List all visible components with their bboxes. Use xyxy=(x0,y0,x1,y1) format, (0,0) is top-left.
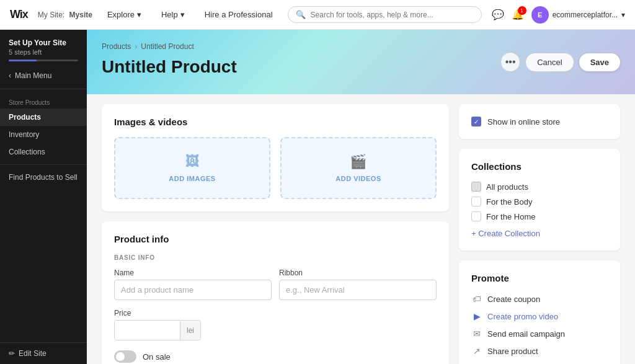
store-products-label: Store Products xyxy=(0,93,87,109)
collection-checkbox-2[interactable] xyxy=(471,211,481,221)
name-field-group: Name xyxy=(114,269,272,300)
images-videos-card: Images & videos 🖼 ADD IMAGES 🎬 ADD VIDEO… xyxy=(102,104,449,211)
price-label: Price xyxy=(114,309,437,317)
content-main: Images & videos 🖼 ADD IMAGES 🎬 ADD VIDEO… xyxy=(102,104,449,364)
ribbon-field-group: Ribbon xyxy=(279,269,437,300)
chevron-down-icon: ▾ xyxy=(180,10,185,19)
collection-item-0: All products xyxy=(471,182,608,192)
ribbon-input[interactable] xyxy=(279,280,437,300)
images-videos-title: Images & videos xyxy=(114,117,437,127)
sidebar-bottom: ✏ Edit Site xyxy=(0,342,87,364)
top-nav: Wix My Site: Mysite Explore ▾ Help ▾ Hir… xyxy=(0,0,635,30)
chevron-left-icon: ‹ xyxy=(9,71,11,80)
page-header: Products › Untitled Product Untitled Pro… xyxy=(87,30,635,94)
name-input[interactable] xyxy=(114,280,272,300)
name-ribbon-row: Name Ribbon xyxy=(114,269,437,300)
account-button[interactable]: E ecommerceplatfor... ▾ xyxy=(531,6,625,24)
more-options-button[interactable]: ••• xyxy=(500,52,520,72)
show-in-store-checkbox[interactable]: ✓ xyxy=(471,117,481,127)
coupon-icon: 🏷 xyxy=(471,293,482,304)
content-body: Images & videos 🖼 ADD IMAGES 🎬 ADD VIDEO… xyxy=(87,94,635,364)
chat-button[interactable]: 💬 xyxy=(492,9,504,20)
progress-bar xyxy=(9,60,78,61)
price-input-wrap: lei xyxy=(114,320,201,340)
promote-card: Promote 🏷 Create coupon ▶ Create promo v… xyxy=(459,260,620,364)
account-name: ecommerceplatfor... xyxy=(553,11,618,19)
search-bar: 🔍 xyxy=(288,6,482,23)
sidebar-setup: Set Up Your Site 5 steps left xyxy=(0,30,87,66)
header-actions: ••• Cancel Save xyxy=(500,52,620,72)
show-in-store-row: ✓ Show in online store xyxy=(471,117,608,127)
edit-icon: ✏ xyxy=(9,349,15,358)
promote-label-1: Create promo video xyxy=(487,312,558,321)
sidebar-item-collections[interactable]: Collections xyxy=(0,143,87,161)
promote-label-2: Send email campaign xyxy=(487,329,565,339)
promote-label-3: Share product xyxy=(487,347,538,356)
show-in-store-label: Show in online store xyxy=(487,117,560,127)
product-info-card: Product info BASIC INFO Name Ribbon xyxy=(102,221,449,364)
promote-title: Promote xyxy=(471,273,608,283)
save-button[interactable]: Save xyxy=(579,53,620,71)
hire-professional-button[interactable]: Hire a Professional xyxy=(200,7,278,22)
help-button[interactable]: Help ▾ xyxy=(156,7,190,22)
sidebar-item-find-products[interactable]: Find Products to Sell xyxy=(0,169,87,186)
product-info-title: Product info xyxy=(114,234,437,244)
email-icon: ✉ xyxy=(471,328,482,339)
steps-left: 5 steps left xyxy=(9,48,78,56)
show-in-store-card: ✓ Show in online store xyxy=(459,104,620,139)
main-menu-button[interactable]: ‹ Main Menu xyxy=(0,66,87,85)
wix-logo: Wix xyxy=(10,8,28,21)
promote-item-0[interactable]: 🏷 Create coupon xyxy=(471,293,608,304)
breadcrumb-separator: › xyxy=(135,42,137,51)
media-row: 🖼 ADD IMAGES 🎬 ADD VIDEOS xyxy=(114,137,437,199)
toggle-knob xyxy=(116,352,125,361)
promote-item-1[interactable]: ▶ Create promo video xyxy=(471,311,608,322)
search-input[interactable] xyxy=(311,11,474,19)
sidebar: Set Up Your Site 5 steps left ‹ Main Men… xyxy=(0,30,87,364)
share-icon: ↗ xyxy=(471,345,482,357)
add-images-button[interactable]: 🖼 ADD IMAGES xyxy=(114,137,270,199)
nav-icons: 💬 🔔 1 E ecommerceplatfor... ▾ xyxy=(492,6,625,24)
chevron-down-icon: ▾ xyxy=(137,10,141,19)
collection-label-2: For the Home xyxy=(486,212,535,221)
sidebar-item-products[interactable]: Products xyxy=(0,109,87,126)
breadcrumb-current: Untitled Product xyxy=(141,42,193,51)
search-icon: 🔍 xyxy=(296,10,306,19)
mysite-label: My Site: Mysite xyxy=(38,11,92,19)
add-videos-button[interactable]: 🎬 ADD VIDEOS xyxy=(280,137,437,199)
collection-checkbox-1[interactable] xyxy=(471,197,481,206)
explore-button[interactable]: Explore ▾ xyxy=(102,7,146,22)
video-icon: ▶ xyxy=(471,311,482,322)
edit-site-button[interactable]: ✏ Edit Site xyxy=(9,349,47,358)
breadcrumb: Products › Untitled Product xyxy=(102,42,620,51)
basic-info-label: BASIC INFO xyxy=(114,254,437,261)
setup-title: Set Up Your Site xyxy=(9,38,78,47)
avatar: E xyxy=(531,6,549,24)
notification-badge: 1 xyxy=(518,6,526,15)
on-sale-label: On sale xyxy=(143,352,171,362)
collection-label-1: For the Body xyxy=(486,197,532,206)
add-images-icon: 🖼 xyxy=(185,154,200,170)
collection-item-1: For the Body xyxy=(471,197,608,206)
on-sale-toggle[interactable] xyxy=(114,350,136,363)
cancel-button[interactable]: Cancel xyxy=(525,53,574,72)
on-sale-toggle-row: On sale xyxy=(114,350,437,363)
collections-title: Collections xyxy=(471,161,608,172)
price-input[interactable] xyxy=(115,321,180,340)
price-row: Price lei xyxy=(114,309,437,340)
promote-item-2[interactable]: ✉ Send email campaign xyxy=(471,328,608,339)
sidebar-item-inventory[interactable]: Inventory xyxy=(0,126,87,143)
sidebar-divider-2 xyxy=(0,164,87,165)
promote-item-3[interactable]: ↗ Share product xyxy=(471,345,608,357)
name-label: Name xyxy=(114,269,272,277)
collection-label-0: All products xyxy=(486,182,528,192)
progress-fill xyxy=(9,60,37,61)
notifications-button[interactable]: 🔔 1 xyxy=(512,9,524,20)
breadcrumb-parent-link[interactable]: Products xyxy=(102,42,131,51)
add-videos-icon: 🎬 xyxy=(350,154,367,170)
chevron-down-icon: ▾ xyxy=(621,11,625,19)
collection-checkbox-0[interactable] xyxy=(471,182,481,192)
price-currency: lei xyxy=(180,321,200,340)
create-collection-link[interactable]: + Create Collection xyxy=(471,229,540,238)
ribbon-label: Ribbon xyxy=(279,269,437,277)
